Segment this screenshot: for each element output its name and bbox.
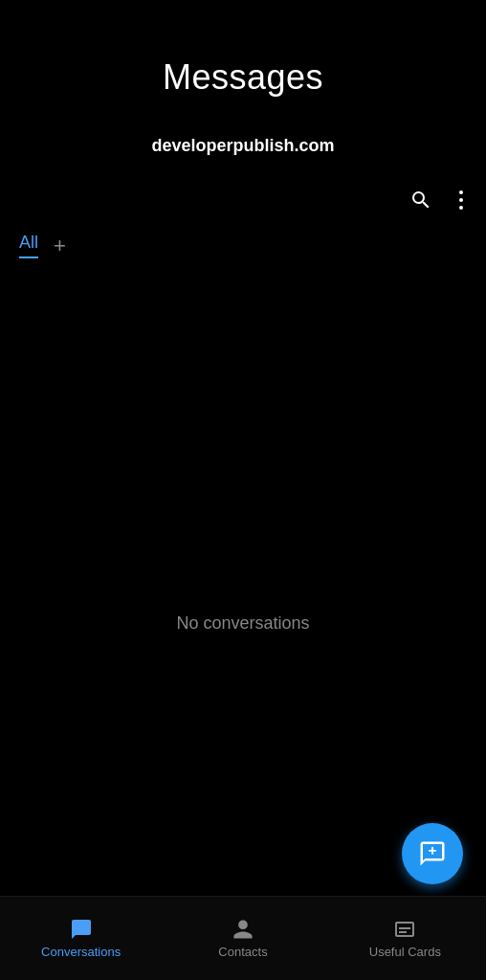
website-label: developerpublish.com [0, 136, 486, 156]
contacts-icon [232, 918, 254, 941]
compose-icon [418, 839, 447, 868]
contacts-label: Contacts [218, 945, 267, 959]
bottom-nav: Conversations Contacts Useful Cards [0, 896, 486, 980]
conversations-label: Conversations [41, 945, 121, 959]
new-conversation-button[interactable] [402, 823, 463, 884]
toolbar [0, 175, 486, 225]
nav-useful-cards[interactable]: Useful Cards [324, 897, 486, 980]
useful-cards-icon [393, 918, 416, 941]
search-button[interactable] [406, 185, 436, 215]
nav-conversations[interactable]: Conversations [0, 897, 162, 980]
filter-all-tab[interactable]: All [19, 233, 38, 258]
useful-cards-label: Useful Cards [369, 945, 441, 959]
nav-contacts[interactable]: Contacts [162, 897, 323, 980]
filter-tabs: All + [0, 225, 486, 266]
page-title: Messages [0, 57, 486, 98]
add-filter-button[interactable]: + [54, 234, 66, 258]
three-dots-icon [459, 190, 463, 210]
app-container: Messages developerpublish.com All + No c… [0, 0, 486, 980]
empty-message: No conversations [176, 613, 309, 634]
header: Messages developerpublish.com [0, 0, 486, 166]
more-options-button[interactable] [455, 187, 467, 213]
conversations-icon [70, 918, 93, 941]
